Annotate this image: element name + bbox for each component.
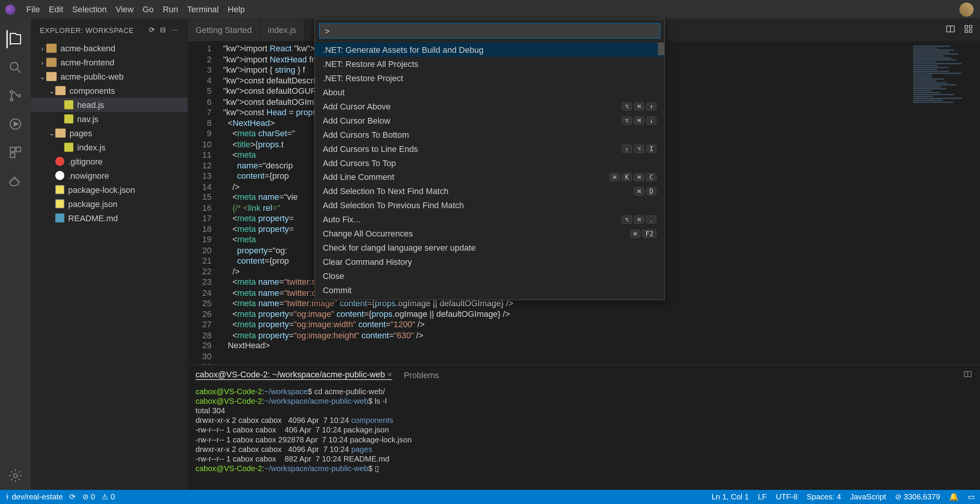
- sync-icon[interactable]: ⟳: [69, 493, 76, 502]
- command-item[interactable]: Auto Fix...⌥⌘.: [315, 212, 664, 226]
- command-palette-scrollbar[interactable]: [658, 42, 664, 55]
- folder open-icon: [55, 86, 65, 95]
- tree-item[interactable]: package.json: [31, 197, 188, 211]
- tree-label: index.js: [77, 142, 106, 152]
- panel-split-icon[interactable]: [963, 369, 980, 380]
- menu-file[interactable]: File: [22, 5, 44, 14]
- tree-item[interactable]: package-lock.json: [31, 183, 188, 197]
- layout-icon[interactable]: [963, 24, 973, 36]
- svg-rect-13: [969, 30, 972, 33]
- tree-label: package.json: [68, 199, 118, 209]
- eol-indicator[interactable]: LF: [758, 493, 767, 502]
- errors-count[interactable]: ⊘ 0: [82, 493, 95, 502]
- search-icon[interactable]: [7, 59, 24, 77]
- indent-indicator[interactable]: Spaces: 4: [807, 493, 841, 502]
- command-item[interactable]: Check for clangd language server update: [315, 240, 664, 254]
- collapse-icon[interactable]: ⊟: [160, 26, 166, 34]
- svg-rect-5: [10, 147, 15, 152]
- bottom-panel: cabox@VS-Code-2: ~/workspace/acme-public…: [188, 364, 980, 490]
- tree-item[interactable]: .gitignore: [31, 154, 188, 168]
- problems-tab[interactable]: Problems: [404, 370, 439, 380]
- tree-label: acme-backend: [60, 43, 115, 53]
- menu-go[interactable]: Go: [138, 5, 158, 14]
- json-icon: [55, 185, 64, 194]
- docker-icon[interactable]: [7, 172, 24, 190]
- tree-label: acme-public-web: [60, 72, 124, 81]
- command-item[interactable]: .NET: Restore Project: [315, 71, 664, 85]
- warnings-count[interactable]: ⚠ 0: [101, 493, 115, 502]
- command-item[interactable]: Close: [315, 269, 664, 283]
- menu-help[interactable]: Help: [223, 5, 249, 14]
- folder-icon: [46, 44, 57, 53]
- menubar: FileEditSelectionViewGoRunTerminalHelp: [0, 0, 980, 19]
- js-icon: [64, 114, 74, 124]
- tree-label: README.md: [68, 213, 118, 223]
- js-icon: [64, 143, 74, 152]
- command-item[interactable]: Commit: [315, 283, 664, 297]
- command-item[interactable]: Add Cursor Below⌥⌘↓: [315, 113, 664, 127]
- tree-item[interactable]: nav.js: [31, 112, 188, 126]
- menu-view[interactable]: View: [111, 5, 138, 14]
- activity-bar: [0, 19, 31, 490]
- command-item[interactable]: Add Selection To Previous Find Match: [315, 198, 664, 212]
- extensions-icon[interactable]: [7, 144, 24, 161]
- svg-rect-12: [965, 30, 968, 33]
- command-item[interactable]: Add Cursors to Line Ends⇧⌥I: [315, 142, 664, 156]
- more-icon[interactable]: ⋯: [172, 26, 179, 34]
- command-item[interactable]: Compare: Select for Compare: [315, 297, 664, 300]
- tree-label: acme-frontend: [60, 57, 114, 67]
- language-mode[interactable]: JavaScript: [850, 493, 886, 502]
- explorer-sidebar: EXPLORER: WORKSPACE ⟳ ⊟ ⋯ ›acme-backend›…: [31, 19, 188, 490]
- command-item[interactable]: .NET: Generate Assets for Build and Debu…: [315, 42, 664, 57]
- editor-tab[interactable]: index.js: [260, 19, 304, 41]
- tree-item[interactable]: ⌄pages: [31, 126, 188, 140]
- terminal-tab[interactable]: cabox@VS-Code-2: ~/workspace/acme-public…: [196, 370, 392, 380]
- user-avatar[interactable]: [959, 2, 973, 16]
- close-terminal-icon[interactable]: ×: [387, 370, 392, 379]
- command-item[interactable]: Change All Occurrences⌘F2: [315, 226, 664, 240]
- tree-item[interactable]: README.md: [31, 211, 188, 225]
- editor-tab[interactable]: Getting Started: [188, 19, 260, 41]
- cursor-position[interactable]: Ln 1, Col 1: [712, 493, 749, 502]
- command-item[interactable]: About: [315, 85, 664, 99]
- command-item[interactable]: Add Cursor Above⌥⌘↑: [315, 99, 664, 113]
- folder-icon: [46, 58, 57, 67]
- terminal-content[interactable]: cabox@VS-Code-2:~/workspace$ cd acme-pub…: [188, 385, 980, 490]
- menu-edit[interactable]: Edit: [44, 5, 68, 14]
- tree-item[interactable]: ›acme-backend: [31, 41, 188, 55]
- layout-status-icon[interactable]: ▭: [968, 493, 975, 502]
- menu-selection[interactable]: Selection: [68, 5, 111, 14]
- command-item[interactable]: Add Cursors To Bottom: [315, 127, 664, 142]
- notifications-icon[interactable]: 🔔: [949, 493, 959, 502]
- encoding-indicator[interactable]: UTF-8: [776, 493, 798, 502]
- tree-item[interactable]: ⌄acme-public-web: [31, 69, 188, 83]
- tree-item[interactable]: ›acme-frontend: [31, 55, 188, 69]
- port-forward[interactable]: ⊘ 3306,6379: [895, 493, 940, 502]
- command-item[interactable]: Add Line Comment⌘K⌘C: [315, 170, 664, 184]
- refresh-icon[interactable]: ⟳: [149, 26, 155, 34]
- settings-gear-icon[interactable]: [7, 467, 24, 485]
- svg-rect-6: [16, 147, 21, 152]
- tree-item[interactable]: ⌄components: [31, 83, 188, 98]
- git-icon: [55, 157, 64, 166]
- tree-item[interactable]: index.js: [31, 140, 188, 154]
- minimap[interactable]: [909, 41, 980, 365]
- command-palette-input[interactable]: [319, 23, 660, 38]
- menu-terminal[interactable]: Terminal: [183, 5, 223, 14]
- command-item[interactable]: Clear Command History: [315, 254, 664, 269]
- js-icon: [64, 100, 74, 109]
- command-item[interactable]: .NET: Restore All Projects: [315, 57, 664, 71]
- explorer-icon[interactable]: [7, 30, 24, 48]
- debug-icon[interactable]: [7, 115, 24, 133]
- tree-label: components: [69, 86, 115, 95]
- branch-indicator[interactable]: ᚼ dev/real-estate: [5, 493, 63, 502]
- tree-label: package-lock.json: [68, 185, 135, 194]
- source-control-icon[interactable]: [7, 87, 24, 105]
- command-item[interactable]: Add Cursors To Top: [315, 156, 664, 170]
- tree-item[interactable]: head.js: [31, 98, 188, 112]
- command-item[interactable]: Add Selection To Next Find Match⌘D: [315, 184, 664, 198]
- split-editor-icon[interactable]: [945, 24, 956, 36]
- menu-run[interactable]: Run: [158, 5, 183, 14]
- md-icon: [55, 214, 64, 223]
- tree-item[interactable]: .nowignore: [31, 168, 188, 183]
